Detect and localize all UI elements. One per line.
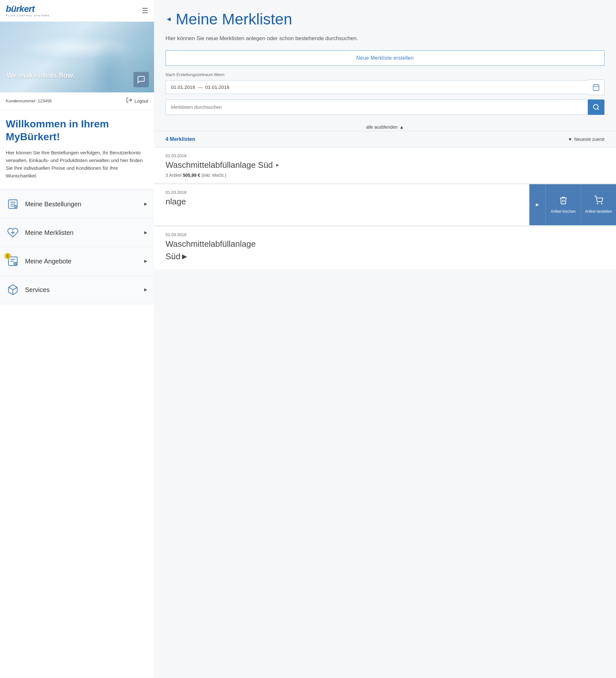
welcome-section: Willkommen in Ihrem MyBürkert! Hier könn… bbox=[0, 110, 154, 189]
services-icon bbox=[7, 284, 18, 296]
svg-point-21 bbox=[597, 203, 598, 204]
hero-text: We make ideas flow. bbox=[6, 71, 75, 80]
alle-ausblenden-label: alle ausblenden bbox=[366, 124, 397, 129]
card-price-note-1: (inkl. MwSt.) bbox=[201, 173, 226, 178]
cart-icon bbox=[594, 196, 603, 206]
card-date-2: 01.03.2018 bbox=[165, 190, 526, 195]
sort-dropdown[interactable]: ▼ Neueste zuerst bbox=[568, 137, 605, 142]
logout-button[interactable]: Logout bbox=[126, 97, 148, 105]
collapse-icon: ▲ bbox=[399, 124, 404, 129]
merklisten-title: Meine Merklisten bbox=[176, 10, 292, 28]
customer-number: Kundennummer: 123456 bbox=[6, 99, 52, 103]
nav-label-merklisten: Meine Merklisten bbox=[25, 229, 138, 236]
bestellungen-icon-wrap bbox=[6, 197, 20, 211]
card-content-1: 01.03.2018 Waschmittelabfüllanlage Süd ►… bbox=[154, 148, 616, 183]
card-title-3b: Süd► bbox=[165, 252, 605, 262]
nav-label-bestellungen: Meine Bestellungen bbox=[25, 200, 138, 208]
sort-icon: ▼ bbox=[568, 137, 572, 142]
merklisten-icon bbox=[7, 227, 18, 238]
brand-subtitle: FLUID CONTROL SYSTEMS bbox=[6, 14, 49, 17]
search-input[interactable] bbox=[165, 100, 588, 115]
card-title-arrow-1: ► bbox=[275, 162, 280, 167]
svg-point-19 bbox=[593, 104, 599, 109]
nav-arrow-angebote: ► bbox=[143, 258, 148, 264]
card-price-1: 505,99 € bbox=[183, 173, 200, 178]
hamburger-menu-icon[interactable]: ☰ bbox=[142, 7, 148, 15]
angebote-icon-wrap: 1 bbox=[6, 254, 20, 268]
neue-merkliste-button[interactable]: Neue Merkliste erstellen bbox=[165, 50, 605, 66]
merkliste-card-2: 01.03.2018 nlage ► Artikel löschen bbox=[154, 184, 616, 226]
delete-action-button[interactable]: Artikel löschen bbox=[545, 184, 581, 225]
date-range-input[interactable] bbox=[165, 80, 588, 94]
nav-arrow-bestellungen: ► bbox=[143, 201, 148, 207]
merklisten-icon-wrap bbox=[6, 226, 20, 240]
svg-line-20 bbox=[598, 108, 599, 110]
svg-point-22 bbox=[601, 203, 602, 204]
card-meta-1: 3 Artikel 505,99 € (inkl. MwSt.) bbox=[165, 173, 605, 178]
merklisten-description: Hier können Sie neue Merklisten anlegen … bbox=[154, 34, 616, 50]
svg-rect-15 bbox=[593, 85, 599, 90]
bestellungen-icon bbox=[7, 198, 18, 210]
nav-item-angebote[interactable]: 1 Meine Angebote ► bbox=[0, 247, 154, 276]
nav-label-services: Services bbox=[25, 286, 138, 294]
merkliste-card-3-partial: 01.03.2018 Waschmittelabfüllanlage Süd► bbox=[154, 226, 616, 269]
search-button[interactable] bbox=[588, 100, 605, 115]
header: bürkert FLUID CONTROL SYSTEMS ☰ bbox=[0, 0, 154, 22]
hero-banner: We make ideas flow. bbox=[0, 22, 154, 92]
card-title-3[interactable]: Waschmittelabfüllanlage bbox=[165, 239, 605, 249]
services-icon-wrap bbox=[6, 283, 20, 297]
search-icon bbox=[592, 104, 600, 111]
card-date-3: 01.03.2018 bbox=[165, 232, 605, 237]
nav-arrow-services: ► bbox=[143, 287, 148, 293]
artikel-count-1: 3 Artikel bbox=[165, 173, 182, 178]
swipe-actions: ► Artikel löschen bbox=[529, 184, 616, 225]
merklisten-count-row: 4 Merklisten ▼ Neueste zuerst bbox=[154, 131, 616, 147]
order-label: Artikel bestellen bbox=[585, 209, 612, 214]
logout-label: Logout bbox=[134, 99, 148, 104]
right-panel: ◄ Meine Merklisten Hier können Sie neue … bbox=[154, 0, 616, 678]
filter-section: Nach Erstellungszeitraum filtern bbox=[154, 72, 616, 120]
logo: bürkert FLUID CONTROL SYSTEMS bbox=[6, 4, 49, 17]
water-decoration bbox=[90, 41, 128, 92]
welcome-description: Hier können Sie Ihre Bestellungen verfol… bbox=[6, 149, 148, 180]
order-action-button[interactable]: Artikel bestellen bbox=[581, 184, 616, 225]
card-title-2[interactable]: nlage bbox=[165, 197, 526, 206]
back-arrow-icon[interactable]: ◄ bbox=[165, 15, 172, 23]
nav-item-services[interactable]: Services ► bbox=[0, 276, 154, 304]
nav-label-angebote: Meine Angebote bbox=[25, 258, 138, 265]
calendar-button[interactable] bbox=[588, 80, 605, 95]
date-filter-row bbox=[165, 80, 605, 95]
nav-arrow-merklisten: ► bbox=[143, 230, 148, 235]
swipe-arrow-button[interactable]: ► bbox=[529, 184, 545, 225]
angebote-badge: 1 bbox=[4, 253, 11, 259]
search-row bbox=[165, 100, 605, 115]
calendar-icon bbox=[592, 83, 600, 91]
welcome-title: Willkommen in Ihrem MyBürkert! bbox=[6, 117, 148, 143]
card-title-1[interactable]: Waschmittelabfüllanlage Süd ► bbox=[165, 160, 605, 170]
account-bar: Kundennummer: 123456 Logout bbox=[0, 92, 154, 110]
nav-menu: Meine Bestellungen ► Meine Merklisten ► … bbox=[0, 189, 154, 304]
brand-name: bürkert bbox=[6, 4, 49, 13]
filter-label: Nach Erstellungszeitraum filtern bbox=[165, 72, 605, 77]
left-panel: bürkert FLUID CONTROL SYSTEMS ☰ We make … bbox=[0, 0, 154, 678]
card-date-1: 01.03.2018 bbox=[165, 153, 605, 158]
merklisten-header: ◄ Meine Merklisten bbox=[154, 0, 616, 34]
sort-label: Neueste zuerst bbox=[574, 137, 605, 142]
neue-merkliste-section: Neue Merkliste erstellen bbox=[154, 50, 616, 72]
chat-button[interactable] bbox=[133, 72, 149, 87]
merkliste-card-1: 01.03.2018 Waschmittelabfüllanlage Süd ►… bbox=[154, 147, 616, 183]
nav-item-merklisten[interactable]: Meine Merklisten ► bbox=[0, 219, 154, 247]
hero-ripple-decoration bbox=[0, 28, 154, 67]
chat-icon bbox=[137, 75, 145, 84]
delete-label: Artikel löschen bbox=[550, 209, 576, 214]
logout-icon bbox=[126, 97, 132, 105]
merklisten-count: 4 Merklisten bbox=[165, 136, 195, 142]
alle-ausblenden-toggle[interactable]: alle ausblenden ▲ bbox=[154, 120, 616, 131]
delete-icon bbox=[559, 196, 568, 206]
nav-item-bestellungen[interactable]: Meine Bestellungen ► bbox=[0, 190, 154, 219]
